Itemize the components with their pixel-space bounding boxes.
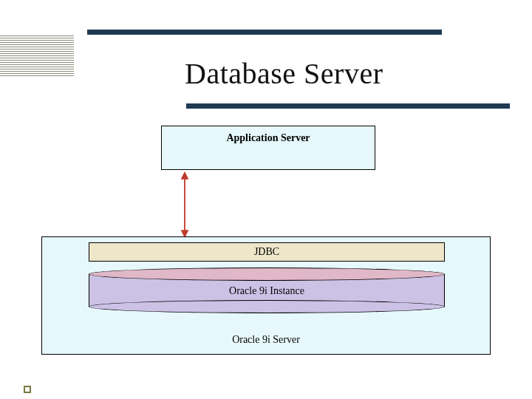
oracle-instance-cylinder: Oracle 9i Instance <box>89 267 445 312</box>
application-server-label: Application Server <box>226 132 310 143</box>
jdbc-box: JDBC <box>89 242 445 262</box>
jdbc-label: JDBC <box>254 246 279 257</box>
bidirectional-arrow-icon <box>177 171 192 238</box>
decorative-stripes <box>0 35 74 77</box>
slide-title: Database Server <box>185 56 383 91</box>
cylinder-top <box>89 267 445 281</box>
cylinder-bottom <box>89 300 445 313</box>
bullet-square-icon <box>24 386 31 393</box>
application-server-box: Application Server <box>161 126 375 170</box>
oracle-server-label: Oracle 9i Server <box>41 334 491 346</box>
separator-under-title <box>186 103 510 109</box>
oracle-instance-label: Oracle 9i Instance <box>89 285 445 297</box>
svg-marker-1 <box>181 171 189 180</box>
separator-top <box>87 30 442 35</box>
